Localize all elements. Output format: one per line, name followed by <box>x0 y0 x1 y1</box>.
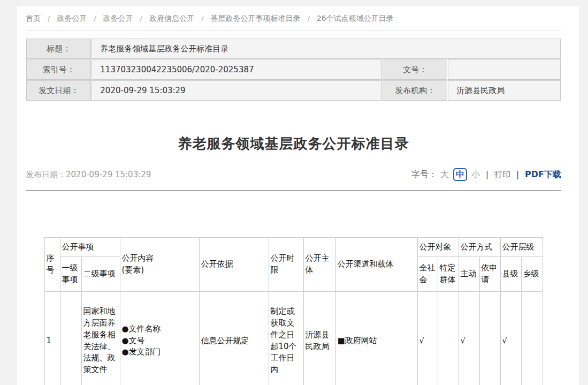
cell-time-limit: 制定或获取文件之日起10个工作日内 <box>269 292 303 385</box>
breadcrumb: 首页 / 政务公开 / 政务公开 / 政府信息公开 / 基层政务公开事项标准目录… <box>26 6 561 31</box>
cell-target-all: √ <box>417 292 438 385</box>
col-header-target-all: 全社会 <box>417 257 438 292</box>
meta-docno-value <box>448 59 561 80</box>
print-button[interactable]: 打印 <box>494 170 510 180</box>
col-header-level1: 一级事项 <box>60 257 81 292</box>
meta-title-label: 标题： <box>26 39 91 59</box>
separator-bar: | <box>486 170 488 179</box>
publish-info-row: 发布日期：2020-09-29 15:03:29 字号： 大 中 小 | 打印 … <box>26 167 561 182</box>
breadcrumb-item-standard-catalog[interactable]: 基层政务公开事项标准目录 <box>211 14 301 24</box>
col-header-basis: 公开依据 <box>199 238 269 292</box>
col-header-subject: 公开主体 <box>303 238 335 292</box>
cell-level2: 国家和地方层面养老服务相关法律、法规、政策文件 <box>81 292 120 385</box>
publish-date: 发布日期：2020-09-29 15:03:29 <box>26 170 151 180</box>
breadcrumb-item-gov-info[interactable]: 政府信息公开 <box>149 14 194 24</box>
cell-channel: ■政府网站 <box>335 292 417 385</box>
breadcrumb-item-zhengwu-2[interactable]: 政务公开 <box>103 14 133 24</box>
breadcrumb-item-zhengwu-1[interactable]: 政务公开 <box>57 14 87 24</box>
document-meta-table: 标题： 养老服务领域基层政务公开标准目录 索引号： 11370323004223… <box>26 38 561 101</box>
col-header-mode-active: 主动 <box>459 257 479 292</box>
col-header-level-county: 县级 <box>500 257 521 292</box>
cell-basis: 信息公开规定 <box>199 292 269 385</box>
article-controls: 字号： 大 中 小 | 打印 | PDF下载 <box>411 168 561 181</box>
disclosure-catalog-table: 序号 公开事项 公开内容 (要素) 公开依据 公开时限 公开主体 公开渠道和载体… <box>44 237 543 385</box>
cell-subject: 沂源县民政局 <box>303 292 335 385</box>
col-header-time-limit: 公开时限 <box>269 238 303 292</box>
content-bullet-item: ●发文部门 <box>122 346 197 358</box>
page-title: 养老服务领域基层政务公开标准目录 <box>26 134 561 153</box>
cell-level-county: √ <box>500 292 521 385</box>
col-header-level-group: 公开层级 <box>500 238 543 257</box>
meta-org-label: 发布机构： <box>383 80 447 101</box>
breadcrumb-item-pilot-catalog[interactable]: 26个试点领域公开目录 <box>317 14 394 24</box>
breadcrumb-separator: / <box>201 14 203 22</box>
meta-org-value: 沂源县民政局 <box>448 80 561 101</box>
breadcrumb-separator: / <box>48 14 50 22</box>
cell-mode-active: √ <box>459 292 479 385</box>
cell-target-specific <box>438 292 459 385</box>
breadcrumb-separator: / <box>140 14 142 22</box>
font-size-small-button[interactable]: 小 <box>471 169 480 180</box>
content-divider <box>26 190 561 191</box>
content-card: 首页 / 政务公开 / 政务公开 / 政府信息公开 / 基层政务公开事项标准目录… <box>17 6 579 385</box>
meta-date-label: 发文日期： <box>26 80 91 101</box>
meta-docno-label: 文号： <box>383 59 447 80</box>
col-header-mode-request: 依申请 <box>479 257 500 292</box>
pdf-download-button[interactable]: PDF下载 <box>525 169 561 180</box>
col-header-content: 公开内容 (要素) <box>120 238 199 292</box>
breadcrumb-item-home[interactable]: 首页 <box>26 14 41 24</box>
col-header-seq: 序号 <box>44 238 60 292</box>
breadcrumb-separator: / <box>94 14 96 22</box>
col-header-target-specific: 特定群体 <box>438 257 459 292</box>
meta-index-value: 113703230042235006/2020-2025387 <box>91 59 382 80</box>
cell-mode-request <box>479 292 500 385</box>
cell-content: ●文件名称 ●文号 ●发文部门 <box>120 292 199 385</box>
col-header-target-group: 公开对象 <box>417 238 459 257</box>
col-header-mode-group: 公开方式 <box>459 238 500 257</box>
font-size-label: 字号： <box>411 169 437 180</box>
col-header-channel: 公开渠道和载体 <box>335 238 417 292</box>
table-row: 1 国家和地方层面养老服务相关法律、法规、政策文件 ●文件名称 ●文号 ●发文部… <box>44 292 543 385</box>
cell-seq: 1 <box>44 292 60 385</box>
content-bullet-item: ●文号 <box>122 335 197 347</box>
col-header-level-township: 乡级 <box>521 257 543 292</box>
content-bullet-item: ●文件名称 <box>122 323 197 335</box>
cell-level-township <box>521 292 543 385</box>
breadcrumb-separator: / <box>308 14 310 22</box>
font-size-medium-button[interactable]: 中 <box>453 168 467 181</box>
col-header-level2: 二级事项 <box>81 257 120 292</box>
cell-level1 <box>60 292 81 385</box>
separator-bar: | <box>516 170 519 179</box>
meta-index-label: 索引号： <box>26 59 91 80</box>
font-size-large-button[interactable]: 大 <box>440 169 449 180</box>
col-header-matter-group: 公开事项 <box>60 238 120 257</box>
meta-title-value: 养老服务领域基层政务公开标准目录 <box>91 39 561 59</box>
meta-date-value: 2020-09-29 15:03:29 <box>91 80 382 101</box>
